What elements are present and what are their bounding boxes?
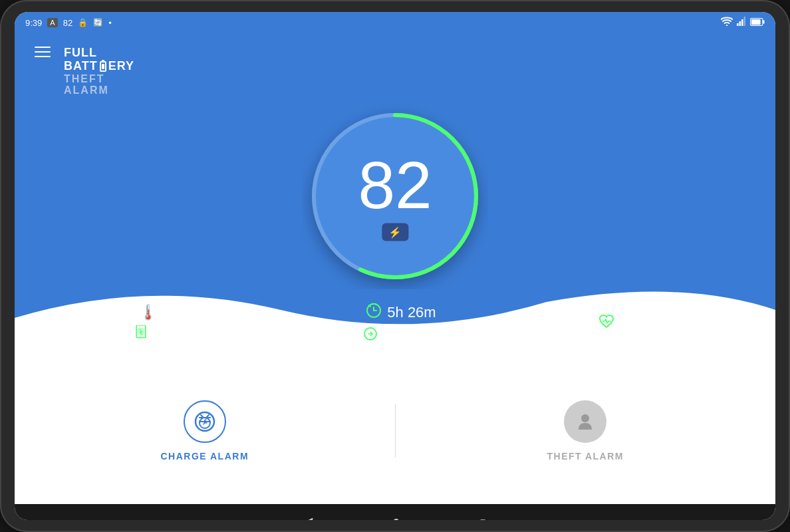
svg-point-17 — [581, 414, 589, 422]
app-title-ery: ERY — [108, 60, 134, 73]
status-right — [721, 17, 765, 29]
app-title-alarm: ALARM — [64, 84, 109, 96]
status-icon-sync: 🔄 — [93, 18, 103, 27]
status-dot: • — [108, 18, 112, 28]
status-signal: 82 — [63, 18, 72, 28]
charge-alarm-label: CHARGE ALARM — [160, 451, 249, 462]
theft-alarm-label: THEFT ALARM — [547, 451, 624, 462]
status-left: 9:39 A 82 🔒 🔄 • — [25, 18, 112, 28]
voltage-icon — [134, 325, 148, 343]
voltage-value: 3.806 V — [153, 325, 203, 342]
svg-rect-12 — [138, 327, 144, 335]
charging-bolt-icon: ⚡ — [388, 225, 402, 238]
stat-temperature: 🌡️ 25 °C 3.806 V — [134, 304, 203, 343]
charge-alarm-button[interactable]: CHARGE ALARM — [15, 358, 395, 504]
charge-alarm-icon-circle — [184, 400, 226, 443]
status-time: 9:39 — [25, 18, 42, 28]
temperature-value: 25 °C — [162, 304, 199, 321]
stats-row: 🌡️ 25 °C 3.806 V — [15, 289, 775, 358]
svg-rect-4 — [744, 17, 746, 26]
timer-icon — [366, 303, 382, 323]
charging-badge: ⚡ — [382, 223, 408, 241]
theft-alarm-button[interactable]: THEFT ALARM — [396, 358, 776, 504]
app-title-battery: BATT — [64, 60, 98, 73]
time-remaining-value: 5h 26m — [387, 304, 436, 321]
svg-rect-2 — [739, 21, 741, 26]
current-icon — [363, 327, 378, 344]
app-title: FULL BATT ERY THEFT ALARM — [64, 47, 134, 96]
svg-rect-7 — [751, 19, 761, 25]
theft-alarm-icon-circle — [564, 400, 606, 443]
app-header: FULL BATT ERY THEFT ALARM — [15, 33, 775, 110]
current-value: -394 mA — [383, 327, 438, 344]
thermometer-icon: 🌡️ — [139, 304, 157, 321]
nav-back-button[interactable]: ◀ — [305, 515, 313, 520]
svg-point-0 — [726, 25, 727, 26]
gauge-percent-value: 82 — [358, 151, 432, 217]
app-title-theft: THEFT — [64, 73, 105, 84]
battery-status-icon — [750, 17, 765, 29]
wifi-icon — [721, 17, 733, 29]
svg-rect-3 — [741, 19, 743, 26]
app-title-full: FULL — [64, 47, 97, 60]
nav-recent-button[interactable]: ■ — [480, 516, 485, 520]
svg-rect-1 — [737, 23, 739, 26]
device-frame: 9:39 A 82 🔒 🔄 • — [0, 0, 790, 532]
bottom-buttons: CHARGE ALARM THEFT ALARM — [15, 358, 775, 504]
device-screen: 9:39 A 82 🔒 🔄 • — [15, 12, 775, 520]
stat-time: 5h 26m -394 mA — [363, 303, 438, 344]
health-icon — [598, 314, 614, 332]
health-value: Good — [620, 315, 656, 332]
svg-rect-6 — [763, 20, 764, 24]
menu-button[interactable] — [35, 47, 51, 57]
nav-bar: ◀ ● ■ — [15, 504, 775, 520]
battery-gauge: 82 ⚡ — [15, 103, 775, 289]
battery-title-icon — [100, 61, 106, 72]
nav-home-button[interactable]: ● — [392, 513, 400, 520]
status-icon-a: A — [47, 18, 57, 27]
status-icon-lock: 🔒 — [78, 18, 88, 27]
gauge-wrapper: 82 ⚡ — [302, 103, 488, 289]
bottom-area: CHARGE ALARM THEFT ALARM — [15, 358, 775, 504]
signal-bars-icon — [737, 17, 746, 29]
stat-health: Good — [598, 314, 656, 332]
status-bar: 9:39 A 82 🔒 🔄 • — [15, 12, 775, 33]
svg-rect-11 — [139, 325, 144, 326]
main-area: FULL BATT ERY THEFT ALARM — [15, 33, 775, 358]
gauge-inner: 82 ⚡ — [358, 151, 432, 241]
